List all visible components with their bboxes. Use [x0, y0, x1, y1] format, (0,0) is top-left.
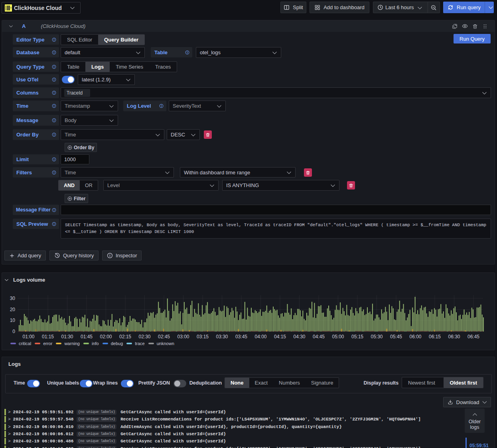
svg-text:06:00: 06:00: [409, 334, 421, 339]
svg-text:01:45: 01:45: [81, 334, 93, 339]
svg-text:02:30: 02:30: [138, 334, 150, 339]
svg-text:02:15: 02:15: [119, 334, 131, 339]
svg-text:01:15: 01:15: [42, 334, 54, 339]
svg-text:05:30: 05:30: [371, 334, 383, 339]
svg-text:02:00: 02:00: [100, 334, 112, 339]
svg-text:05:45: 05:45: [390, 334, 402, 339]
svg-text:04:15: 04:15: [274, 334, 286, 339]
svg-text:06:45: 06:45: [467, 334, 479, 339]
svg-text:30: 30: [10, 296, 16, 301]
svg-text:04:00: 04:00: [254, 334, 266, 339]
svg-text:03:30: 03:30: [216, 334, 228, 339]
svg-text:20: 20: [10, 307, 16, 312]
svg-text:04:45: 04:45: [313, 334, 325, 339]
svg-text:10: 10: [10, 318, 16, 323]
svg-text:06:15: 06:15: [429, 334, 441, 339]
svg-text:03:00: 03:00: [177, 334, 189, 339]
svg-text:04:30: 04:30: [293, 334, 305, 339]
svg-text:01:00: 01:00: [22, 334, 34, 339]
svg-text:05:00: 05:00: [332, 334, 344, 339]
svg-text:01:30: 01:30: [61, 334, 73, 339]
svg-text:05:15: 05:15: [351, 334, 363, 339]
svg-text:03:45: 03:45: [235, 334, 247, 339]
svg-text:03:15: 03:15: [197, 334, 209, 339]
svg-text:02:45: 02:45: [158, 334, 170, 339]
svg-text:06:30: 06:30: [448, 334, 460, 339]
svg-text:0: 0: [12, 329, 15, 334]
